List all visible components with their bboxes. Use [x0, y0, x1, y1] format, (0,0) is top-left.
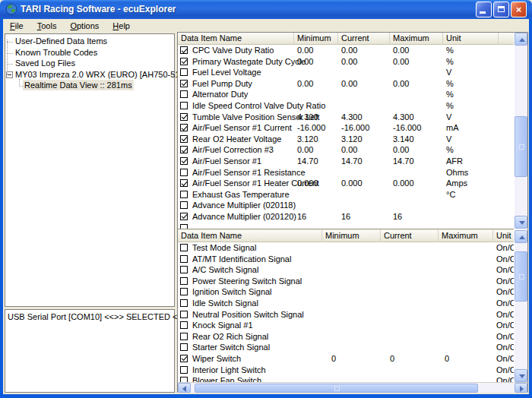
row-checkbox[interactable]: [180, 321, 188, 329]
table-row[interactable]: AT/MT Identification SignalOn/Off: [178, 254, 514, 265]
tree-item[interactable]: Known Trouble Codes: [14, 48, 99, 58]
table-row[interactable]: CPC Valve Duty Ratio0.000.000.00%: [178, 45, 514, 56]
title-bar: TARI Racing Software - ecuExplorer ×: [0, 0, 532, 19]
cell-max: 14.70: [393, 156, 414, 166]
tree-item[interactable]: Saved Log Files: [14, 58, 77, 69]
scroll-up-button[interactable]: [515, 230, 527, 243]
table-row[interactable]: Tumble Valve Position Sensor Left4.3004.…: [178, 112, 514, 123]
menu-file[interactable]: File: [3, 20, 30, 32]
table-row[interactable]: Fuel Pump Duty0.000.000.00%: [178, 78, 514, 90]
table-row[interactable]: Idle Switch SignalOn/Off: [178, 298, 514, 309]
table-row[interactable]: Power Steering Switch SignalOn/Off: [178, 276, 514, 287]
table1-vertical-scrollbar[interactable]: [515, 33, 527, 229]
table-row[interactable]: Fuel Level VoltageV: [178, 67, 514, 78]
scroll-left-button[interactable]: [178, 383, 191, 393]
column-header-minimum[interactable]: Minimum: [322, 230, 381, 242]
row-checkbox[interactable]: [180, 191, 188, 198]
tree-item[interactable]: Realtime Data View :: 281ms: [23, 81, 134, 91]
table-row[interactable]: Primary Wastegate Duty Cycle0.000.000.00…: [178, 56, 514, 68]
tree-item[interactable]: MY03 Impreza 2.0 WRX (EURO) [AH750-5141]: [14, 70, 193, 81]
scroll-thumb[interactable]: [515, 116, 527, 177]
scroll-thumb[interactable]: [515, 251, 527, 302]
row-checkbox[interactable]: [180, 46, 188, 54]
scroll-thumb[interactable]: [195, 384, 478, 393]
row-checkbox[interactable]: [180, 135, 188, 143]
table-row[interactable]: Ignition Switch SignalOn/Off: [178, 286, 514, 298]
table-row[interactable]: Interior Light SwitchOn/Off: [178, 365, 514, 376]
cell-unit: On/Off: [496, 331, 514, 342]
row-checkbox[interactable]: [180, 80, 188, 87]
menu-tools[interactable]: Tools: [30, 20, 64, 32]
row-checkbox[interactable]: [180, 90, 188, 98]
row-checkbox[interactable]: [180, 113, 188, 121]
row-checkbox[interactable]: [180, 146, 188, 153]
table-row[interactable]: A/C Switch SignalOn/Off: [178, 264, 514, 276]
scroll-down-button[interactable]: [515, 369, 527, 382]
row-checkbox[interactable]: [180, 377, 188, 382]
column-header-minimum[interactable]: Minimum: [294, 33, 338, 45]
column-header-maximum[interactable]: Maximum: [390, 33, 443, 45]
row-checkbox[interactable]: [180, 355, 188, 362]
row-checkbox[interactable]: [180, 179, 188, 187]
scroll-up-button[interactable]: [515, 33, 527, 46]
column-header-maximum[interactable]: Maximum: [439, 230, 493, 242]
table-row[interactable]: Blower Fan SwitchOn/Off: [178, 375, 514, 382]
row-checkbox[interactable]: [180, 277, 188, 285]
cell-cur: 0.00: [341, 78, 357, 89]
close-button[interactable]: ×: [511, 2, 527, 17]
column-header-current[interactable]: Current: [381, 230, 439, 242]
row-checkbox[interactable]: [180, 201, 188, 209]
row-checkbox[interactable]: [180, 299, 188, 307]
table-row[interactable]: Wiper Switch000On/Off: [178, 353, 514, 365]
tree-item[interactable]: User-Defined Data Items: [14, 36, 109, 47]
table-row[interactable]: Rear O2 Heater Voltage3.1203.1203.140V: [178, 134, 514, 145]
row-checkbox[interactable]: [180, 343, 188, 351]
table-row[interactable]: Advance Multiplier (020118): [178, 200, 514, 211]
row-checkbox[interactable]: [180, 244, 188, 251]
row-checkbox[interactable]: [180, 213, 188, 220]
table-row[interactable]: Alternator Duty%: [178, 89, 514, 100]
row-checkbox[interactable]: [180, 68, 188, 76]
column-header-current[interactable]: Current: [338, 33, 390, 45]
table-row[interactable]: Air/Fuel Sensor #1 ResistanceOhms: [178, 167, 514, 178]
row-checkbox[interactable]: [180, 255, 188, 263]
column-header-data-item-name[interactable]: Data Item Name: [178, 230, 322, 242]
menu-help[interactable]: Help: [106, 20, 137, 32]
column-header-unit[interactable]: Unit: [443, 33, 499, 45]
column-header-data-item-name[interactable]: Data Item Name: [178, 33, 294, 45]
row-checkbox[interactable]: [180, 157, 188, 165]
table-row[interactable]: Rear O2 Rich SignalOn/Off: [178, 331, 514, 343]
scroll-right-button[interactable]: [515, 383, 527, 393]
scroll-down-button[interactable]: [515, 216, 527, 229]
minimize-button[interactable]: [476, 2, 492, 17]
cell-unit: %: [446, 144, 454, 155]
table-row[interactable]: Air/Fuel Sensor #114.7014.7014.70AFR: [178, 156, 514, 167]
row-checkbox[interactable]: [180, 311, 188, 318]
table-row[interactable]: [178, 223, 514, 229]
table-row[interactable]: Exhaust Gas Temperature°C: [178, 189, 514, 201]
row-checkbox[interactable]: [180, 124, 188, 131]
maximize-button[interactable]: [493, 2, 509, 17]
column-header-unit[interactable]: Unit: [493, 230, 514, 242]
row-checkbox[interactable]: [180, 58, 188, 65]
table-row[interactable]: Knock Signal #1On/Off: [178, 320, 514, 331]
table-row[interactable]: Air/Fuel Correction #30.000.000.00%: [178, 144, 514, 156]
row-checkbox[interactable]: [180, 288, 188, 295]
cell-min: 0.00: [297, 144, 313, 155]
table-row[interactable]: Test Mode SignalOn/Off: [178, 242, 514, 254]
table-row[interactable]: Starter Switch SignalOn/Off: [178, 342, 514, 353]
cell-max: 0.000: [393, 178, 414, 188]
table-row[interactable]: Air/Fuel Sensor #1 Current-16.000-16.000…: [178, 122, 514, 134]
row-checkbox[interactable]: [180, 266, 188, 273]
row-checkbox[interactable]: [180, 102, 188, 109]
table-row[interactable]: Idle Speed Control Valve Duty Ratio%: [178, 100, 514, 112]
table-row[interactable]: Air/Fuel Sensor #1 Heater Current0.0000.…: [178, 178, 514, 189]
table-row[interactable]: Neutral Position Switch SignalOn/Off: [178, 309, 514, 321]
row-checkbox[interactable]: [180, 169, 188, 176]
row-checkbox[interactable]: [180, 333, 188, 340]
row-checkbox[interactable]: [180, 366, 188, 374]
table-row[interactable]: Advance Multiplier (020120)161616: [178, 211, 514, 223]
table2-vertical-scrollbar[interactable]: [515, 230, 527, 382]
horizontal-scrollbar[interactable]: [178, 382, 527, 393]
menu-options[interactable]: Options: [63, 20, 106, 32]
